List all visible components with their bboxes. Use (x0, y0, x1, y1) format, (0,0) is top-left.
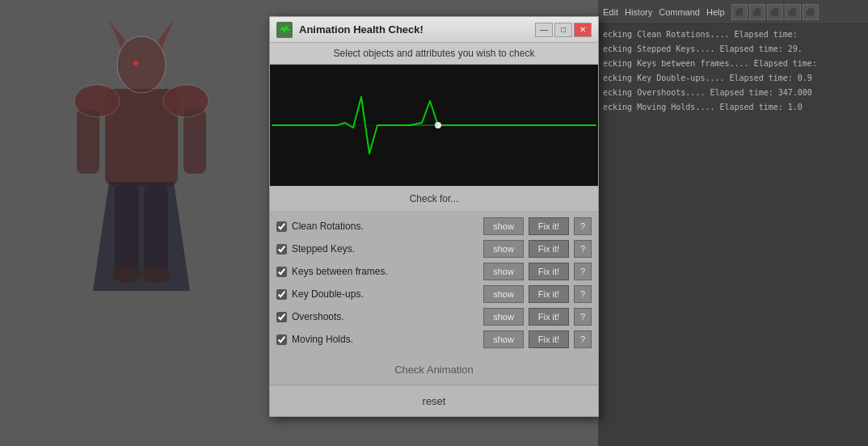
svg-marker-10 (93, 182, 190, 291)
show-clean-rotations[interactable]: show (483, 217, 524, 235)
help-clean-rotations[interactable]: ? (574, 217, 592, 235)
svg-rect-9 (144, 184, 168, 273)
window-controls: — □ ✕ (535, 23, 592, 37)
fixit-clean-rotations[interactable]: Fix it! (529, 217, 569, 235)
svg-rect-6 (77, 109, 99, 174)
dialog-title: Animation Health Check! (299, 23, 529, 36)
dialog-subtitle: Select objects and attributes you wish t… (270, 43, 598, 65)
checkbox-stepped-keys[interactable] (276, 244, 287, 255)
dialog-content: Select objects and attributes you wish t… (270, 43, 598, 416)
show-key-double-ups[interactable]: show (483, 285, 524, 303)
checks-area: Clean Rotations. show Fix it! ? Stepped … (270, 212, 598, 354)
log-line-0: ecking Clean Rotations.... Elapsed time: (603, 27, 863, 42)
check-row-clean-rotations: Clean Rotations. show Fix it! ? (276, 215, 592, 238)
reset-button[interactable]: reset (270, 385, 598, 416)
minimize-button[interactable]: — (535, 23, 553, 37)
help-keys-between-frames[interactable]: ? (574, 263, 592, 280)
svg-rect-3 (105, 89, 178, 186)
check-row-overshoots: Overshoots. show Fix it! ? (276, 305, 592, 328)
toolbar-icon-4[interactable]: ⬛ (785, 4, 801, 20)
dialog-window: Animation Health Check! — □ ✕ Select obj… (269, 16, 599, 417)
ekg-svg (270, 65, 598, 186)
label-key-double-ups: Key Double-ups. (292, 288, 478, 300)
svg-point-11 (112, 267, 141, 283)
log-line-4: ecking Overshoots.... Elapsed time: 347.… (603, 86, 863, 100)
menu-help[interactable]: Help (706, 7, 725, 17)
character-model (48, 16, 234, 428)
fixit-moving-holds[interactable]: Fix it! (529, 330, 569, 348)
svg-point-0 (117, 36, 166, 93)
checkbox-key-double-ups[interactable] (276, 289, 287, 300)
fixit-keys-between-frames[interactable]: Fix it! (529, 263, 569, 280)
right-panel: Edit History Command Help ⬛ ⬛ ⬛ ⬛ ⬛ ecki… (598, 0, 868, 446)
log-area: ecking Clean Rotations.... Elapsed time:… (598, 24, 868, 118)
app-icon (276, 22, 293, 38)
label-keys-between-frames: Keys between frames. (292, 266, 478, 277)
svg-point-13 (117, 36, 166, 93)
toolbar-icon-3[interactable]: ⬛ (767, 4, 783, 20)
check-row-stepped-keys: Stepped Keys. show Fix it! ? (276, 238, 592, 260)
show-moving-holds[interactable]: show (483, 330, 524, 348)
log-line-3: ecking Key Double-ups.... Elapsed time: … (603, 71, 863, 86)
svg-marker-2 (158, 20, 174, 48)
menu-edit[interactable]: Edit (603, 7, 618, 17)
bottom-area: Check Animation reset (270, 354, 598, 416)
log-line-1: ecking Stepped Keys.... Elapsed time: 29… (603, 42, 863, 57)
maximize-button[interactable]: □ (554, 23, 572, 37)
svg-point-12 (141, 267, 171, 283)
fixit-key-double-ups[interactable]: Fix it! (529, 285, 569, 303)
title-bar: Animation Health Check! — □ ✕ (270, 17, 598, 43)
toolbar-icons: ⬛ ⬛ ⬛ ⬛ ⬛ (731, 4, 819, 20)
check-row-moving-holds: Moving Holds. show Fix it! ? (276, 328, 592, 351)
label-moving-holds: Moving Holds. (292, 334, 478, 345)
help-stepped-keys[interactable]: ? (574, 240, 592, 258)
toolbar-icon-2[interactable]: ⬛ (749, 4, 765, 20)
help-moving-holds[interactable]: ? (574, 330, 592, 348)
menu-history[interactable]: History (625, 7, 652, 17)
svg-point-15 (163, 85, 209, 117)
toolbar-icon-1[interactable]: ⬛ (731, 4, 748, 20)
checkbox-keys-between-frames[interactable] (276, 267, 287, 277)
checkbox-clean-rotations[interactable] (276, 221, 287, 232)
menu-command[interactable]: Command (659, 7, 700, 17)
ekg-display (270, 65, 598, 186)
svg-point-5 (163, 85, 209, 117)
log-line-2: ecking Keys between frames.... Elapsed t… (603, 57, 863, 71)
svg-marker-1 (109, 20, 125, 48)
svg-rect-7 (183, 109, 206, 174)
check-row-keys-between-frames: Keys between frames. show Fix it! ? (276, 260, 592, 283)
show-keys-between-frames[interactable]: show (483, 263, 524, 280)
svg-point-16 (133, 61, 138, 65)
label-stepped-keys: Stepped Keys. (292, 243, 478, 255)
check-row-key-double-ups: Key Double-ups. show Fix it! ? (276, 283, 592, 305)
show-overshoots[interactable]: show (483, 308, 524, 326)
close-button[interactable]: ✕ (574, 23, 592, 37)
checkbox-moving-holds[interactable] (276, 334, 287, 345)
fixit-overshoots[interactable]: Fix it! (529, 308, 569, 326)
label-clean-rotations: Clean Rotations. (292, 221, 478, 232)
fixit-stepped-keys[interactable]: Fix it! (529, 240, 569, 258)
svg-point-4 (74, 85, 120, 117)
right-toolbar: Edit History Command Help ⬛ ⬛ ⬛ ⬛ ⬛ (598, 0, 868, 24)
help-key-double-ups[interactable]: ? (574, 285, 592, 303)
toolbar-icon-5[interactable]: ⬛ (803, 4, 819, 20)
label-overshoots: Overshoots. (292, 311, 478, 322)
svg-point-14 (74, 85, 120, 117)
checkbox-overshoots[interactable] (276, 312, 287, 322)
log-line-5: ecking Moving Holds.... Elapsed time: 1.… (603, 100, 863, 115)
check-animation-button[interactable]: Check Animation (270, 355, 598, 385)
show-stepped-keys[interactable]: show (483, 240, 524, 258)
help-overshoots[interactable]: ? (574, 308, 592, 326)
svg-rect-8 (115, 184, 139, 273)
check-for-label: Check for... (270, 186, 598, 212)
